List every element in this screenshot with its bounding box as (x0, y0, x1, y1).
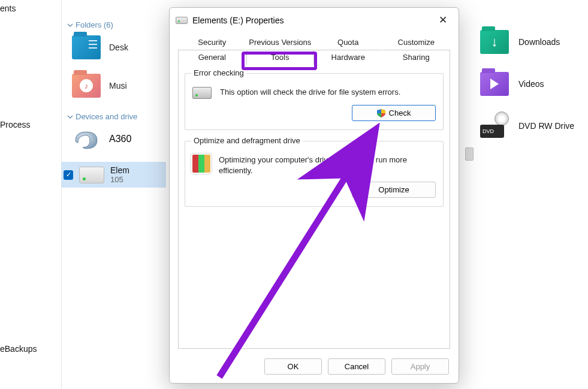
content-area: Folders (6) Desk ♪ Musi Devices and driv… (72, 18, 174, 188)
dvd-badge: DVD (480, 125, 504, 138)
tab-general[interactable]: General (178, 50, 246, 65)
tab-strip: Security Previous Versions Quota Customi… (170, 32, 459, 65)
folders-section-header[interactable]: Folders (6) (67, 20, 174, 29)
tab-security[interactable]: Security (178, 35, 246, 50)
dialog-title: Elements (E:) Properties (192, 16, 429, 25)
drive-name: Elem (110, 165, 129, 175)
ok-button[interactable]: OK (264, 358, 322, 375)
folders-header-label: Folders (6) (76, 20, 113, 29)
tab-hardware[interactable]: Hardware (314, 50, 382, 65)
hard-drive-icon (79, 167, 104, 183)
scrollbar-track[interactable] (465, 147, 474, 161)
cancel-button[interactable]: Cancel (328, 358, 385, 375)
properties-dialog: Elements (E:) Properties ✕ Security Prev… (169, 7, 459, 384)
videos-label: Videos (518, 79, 544, 89)
check-button-label: Check (389, 108, 411, 117)
check-button[interactable]: Check (352, 105, 436, 121)
nav-item-process[interactable]: Process (0, 117, 63, 132)
drive-elements-selected[interactable]: ✓ Elem 105 (61, 162, 166, 188)
drive-dvd[interactable]: DVD DVD RW Drive (480, 114, 588, 138)
shield-icon (377, 109, 385, 117)
optimize-button[interactable]: Optimize (352, 182, 436, 198)
error-checking-desc: This option will check the drive for fil… (220, 87, 436, 99)
a360-icon (72, 127, 101, 151)
desktop-folder-icon (72, 35, 101, 59)
drive-icon-small (176, 17, 188, 24)
defrag-icon (192, 155, 210, 173)
tab-customize[interactable]: Customize (382, 35, 451, 50)
music-label: Musi (109, 81, 127, 91)
nav-item-documents[interactable]: ents (0, 1, 63, 16)
tab-tools[interactable]: Tools (246, 50, 315, 65)
downloads-label: Downloads (518, 37, 560, 47)
drive-subtext: 105 (110, 175, 129, 184)
optimize-group: Optimize and defragment drive Optimizing… (185, 141, 444, 207)
optimize-title: Optimize and defragment drive (191, 136, 303, 145)
error-checking-title: Error checking (191, 68, 246, 77)
chevron-down-icon (67, 22, 73, 28)
chevron-down-icon (67, 114, 73, 120)
tab-sharing[interactable]: Sharing (382, 50, 451, 65)
close-button[interactable]: ✕ (433, 13, 453, 28)
error-checking-group: Error checking This option will check th… (185, 73, 444, 130)
dialog-footer: OK Cancel Apply (170, 354, 459, 383)
apply-button: Apply (391, 358, 449, 375)
divider (61, 0, 62, 389)
hard-drive-icon (192, 87, 212, 99)
folder-downloads[interactable]: ↓ Downloads (480, 30, 588, 54)
a360-label: A360 (109, 134, 131, 144)
drive-checkbox[interactable]: ✓ (64, 170, 73, 180)
optimize-desc: Optimizing your computer's drives can he… (219, 155, 436, 176)
devices-section-header[interactable]: Devices and drive (67, 112, 174, 121)
music-folder-icon: ♪ (72, 74, 101, 98)
tools-tab-content: Error checking This option will check th… (178, 65, 450, 349)
dvd-label: DVD RW Drive (518, 121, 574, 131)
tab-previous-versions[interactable]: Previous Versions (246, 35, 315, 50)
folder-music[interactable]: ♪ Musi (72, 74, 174, 98)
nav-item-backups[interactable]: eBackups (0, 342, 63, 356)
optimize-button-label: Optimize (378, 185, 409, 194)
drive-a360[interactable]: A360 (72, 127, 174, 151)
devices-header-label: Devices and drive (76, 112, 137, 121)
content-area-right: ↓ Downloads Videos DVD DVD RW Drive (480, 30, 588, 156)
folder-desktop[interactable]: Desk (72, 35, 174, 59)
folder-videos[interactable]: Videos (480, 72, 588, 96)
titlebar[interactable]: Elements (E:) Properties ✕ (170, 8, 459, 32)
nav-tree: ents Process eBackups (0, 0, 63, 389)
downloads-folder-icon: ↓ (480, 30, 509, 54)
videos-folder-icon (480, 72, 509, 96)
desktop-label: Desk (109, 43, 128, 52)
tab-quota[interactable]: Quota (314, 35, 382, 50)
dvd-drive-icon: DVD (480, 114, 509, 138)
